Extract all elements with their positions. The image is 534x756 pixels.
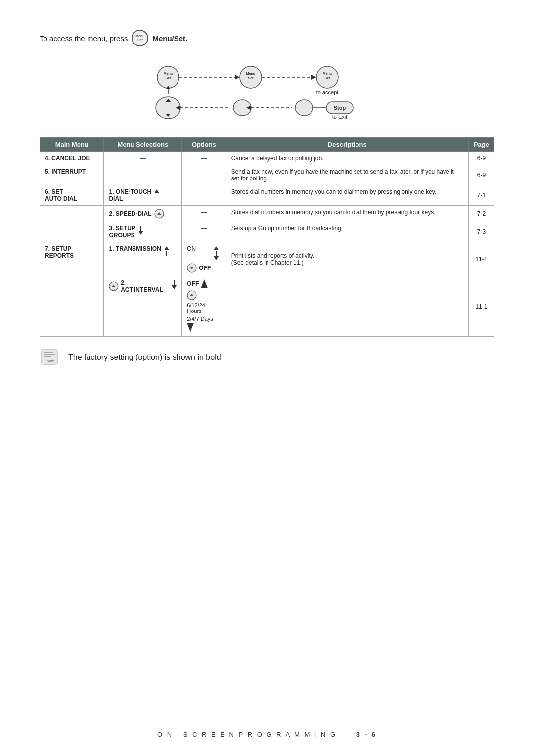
- intro-line: To access the menu, press MenuSet Menu/S…: [40, 30, 494, 46]
- desc-cell: Cancel a delayed fax or polling job.: [226, 152, 468, 165]
- desc-cell: Stores dial numbers in memory you can to…: [226, 185, 468, 206]
- arrow-down-icon: [187, 323, 194, 332]
- table-row: 2. SPEED-DIAL — Stores dial numbers in m…: [40, 206, 494, 222]
- nav-diagram: Menu Set Menu Set Menu Set to accept: [129, 58, 405, 123]
- arrow-up-icon: [201, 279, 208, 288]
- menu-sel-cell: 1. TRANSMISSION: [104, 242, 182, 276]
- svg-text:Set: Set: [166, 76, 172, 80]
- svg-text:to accept: to accept: [316, 89, 339, 95]
- svg-text:Menu: Menu: [246, 72, 255, 75]
- svg-marker-4: [235, 75, 240, 80]
- options-cell: —: [182, 222, 226, 242]
- page-cell: 7-3: [468, 222, 494, 242]
- col-header-menu-sel: Menu Selections: [104, 138, 182, 152]
- page-cell: 6-9: [468, 152, 494, 165]
- svg-marker-35: [201, 279, 208, 288]
- svg-text:to Exit: to Exit: [332, 114, 348, 120]
- menu-sel-cell: 3. SETUPGROUPS: [104, 222, 182, 242]
- table-row: 4. CANCEL JOB — — Cancel a delayed fax o…: [40, 152, 494, 165]
- menu-set-button-icon: MenuSet: [132, 30, 148, 46]
- svg-rect-42: [44, 356, 51, 357]
- table-row: 7. SETUP REPORTS 1. TRANSMISSION ON: [40, 242, 494, 276]
- svg-text:Menu: Menu: [164, 72, 173, 75]
- col-header-main-menu: Main Menu: [40, 138, 104, 152]
- main-menu-cell: [40, 206, 104, 222]
- col-header-page: Page: [468, 138, 494, 152]
- table-row: 5. INTERRUPT — — Send a fax now, even if…: [40, 165, 494, 185]
- page-footer: O N - S C R E E N P R O G R A M M I N G …: [0, 731, 534, 738]
- desc-cell: [226, 276, 468, 337]
- table-header-row: Main Menu Menu Selections Options Descri…: [40, 138, 494, 152]
- menu-sel-cell: —: [104, 165, 182, 185]
- page-cell: 11-1: [468, 242, 494, 276]
- options-cell: ON OFF: [182, 242, 226, 276]
- nav-diagram-svg: Menu Set Menu Set Menu Set to accept: [129, 58, 405, 123]
- footer-text: O N - S C R E E N P R O G R A M M I N G: [157, 731, 337, 738]
- main-menu-cell: [40, 276, 104, 337]
- page-container: To access the menu, press MenuSet Menu/S…: [0, 0, 534, 406]
- main-menu-cell: 4. CANCEL JOB: [40, 152, 104, 165]
- note-line: Note The factory setting (option) is sho…: [40, 349, 494, 366]
- svg-text:Set: Set: [248, 76, 254, 80]
- scroll-down-icon: [187, 263, 197, 273]
- footer-page: 3 - 6: [356, 731, 377, 738]
- menu-sel-cell: 2. ACT.INTERVAL: [104, 276, 182, 337]
- options-cell: —: [182, 152, 226, 165]
- menu-set-label: Menu/Set.: [152, 34, 187, 43]
- desc-cell: Print lists and reports of activity.(See…: [226, 242, 468, 276]
- svg-rect-41: [44, 354, 55, 355]
- options-cell: —: [182, 165, 226, 185]
- col-header-descriptions: Descriptions: [226, 138, 468, 152]
- options-cell: —: [182, 185, 226, 206]
- main-menu-cell: [40, 222, 104, 242]
- main-menu-cell: 6. SETAUTO DIAL: [40, 185, 104, 206]
- svg-text:Stop: Stop: [334, 105, 346, 111]
- desc-cell: Send a fax now, even if you have the mac…: [226, 165, 468, 185]
- main-menu-cell: 7. SETUP REPORTS: [40, 242, 104, 276]
- menu-table: Main Menu Menu Selections Options Descri…: [40, 137, 494, 337]
- main-menu-cell: 5. INTERRUPT: [40, 165, 104, 185]
- options-cell: —: [182, 206, 226, 222]
- table-row: 3. SETUPGROUPS — Sets up a Group number …: [40, 222, 494, 242]
- note-text: The factory setting (option) is shown in…: [68, 353, 223, 362]
- svg-rect-40: [44, 352, 53, 353]
- svg-marker-9: [312, 75, 316, 80]
- svg-text:Menu: Menu: [323, 72, 332, 75]
- col-header-options: Options: [182, 138, 226, 152]
- menu-sel-cell: 1. ONE-TOUCHDIAL: [104, 185, 182, 206]
- scroll-icon: [154, 209, 164, 219]
- page-cell: 6-9: [468, 165, 494, 185]
- page-cell: 7-1: [468, 185, 494, 206]
- svg-point-24: [295, 100, 313, 116]
- scroll-icon-2: [109, 281, 119, 291]
- note-icon: Note: [40, 349, 61, 366]
- desc-cell: Sets up a Group number for Broadcasting.: [226, 222, 468, 242]
- table-row: 2. ACT.INTERVAL OFF: [40, 276, 494, 337]
- menu-sel-cell: 2. SPEED-DIAL: [104, 206, 182, 222]
- svg-text:Set: Set: [325, 76, 331, 80]
- options-cell: OFF 6/12/24 Hour: [182, 276, 226, 337]
- scroll-up-icon-2: [187, 290, 197, 300]
- page-cell: 11-1: [468, 276, 494, 337]
- menu-sel-cell: —: [104, 152, 182, 165]
- desc-cell: Stores dial numbers in memory so you can…: [226, 206, 468, 222]
- svg-marker-38: [187, 323, 194, 332]
- svg-text:Note: Note: [47, 359, 54, 363]
- page-cell: 7-2: [468, 206, 494, 222]
- table-row: 6. SETAUTO DIAL 1. ONE-TOUCHDIAL — Store…: [40, 185, 494, 206]
- intro-text-before: To access the menu, press: [40, 34, 128, 43]
